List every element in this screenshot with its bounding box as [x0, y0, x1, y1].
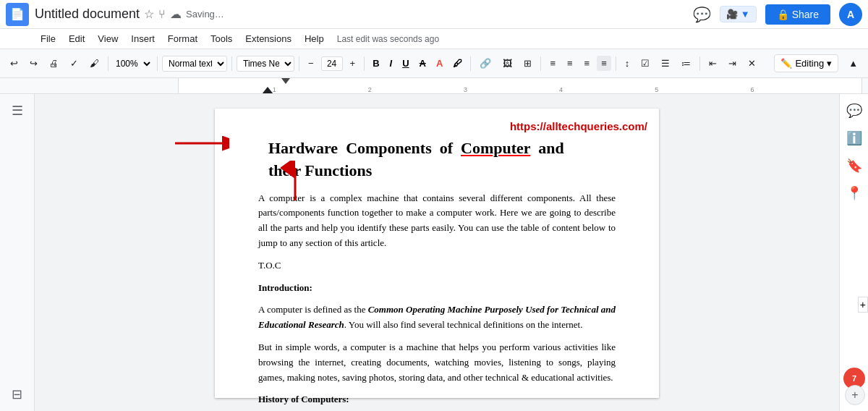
- saving-status: Saving…: [186, 9, 224, 20]
- font-size-input[interactable]: [321, 56, 343, 71]
- paint-format-button[interactable]: 🖌: [85, 56, 103, 71]
- toc-label: T.O.C: [258, 258, 616, 274]
- menu-insert[interactable]: Insert: [125, 31, 161, 46]
- document-area[interactable]: https://alltechqueries.com/ Hardware Com…: [35, 94, 839, 411]
- font-size-increase-button[interactable]: +: [346, 56, 360, 71]
- ruler-mark-6: 6: [750, 86, 754, 93]
- app-icon: 📄: [6, 3, 29, 26]
- separator-4: [299, 56, 299, 71]
- separator-5: [364, 56, 365, 71]
- top-right-icons: 💬 🎥 ▼ 🔒 Share A: [693, 3, 862, 26]
- redo-button[interactable]: ↪: [25, 56, 42, 71]
- first-line-indent-handle[interactable]: [281, 78, 290, 84]
- user-avatar[interactable]: A: [839, 3, 862, 26]
- meet-icon: 🎥: [726, 9, 738, 20]
- expand-button[interactable]: +: [858, 297, 868, 313]
- bookmark-icon[interactable]: 🔖: [843, 155, 865, 177]
- intro-body-paragraph: A computer is defined as the Common Oper…: [258, 302, 616, 333]
- comments-icon[interactable]: 💬: [843, 100, 865, 122]
- toolbar-right: ✏️ Editing ▾ ▲: [774, 54, 862, 72]
- text-color-button[interactable]: A: [433, 56, 446, 71]
- strikethrough-button[interactable]: A: [416, 56, 430, 71]
- zoom-selector[interactable]: 100%: [113, 58, 153, 69]
- toolbar: ↩ ↪ 🖨 ✓ 🖌 100% Normal text Heading 1 Hea…: [0, 49, 868, 78]
- spell-check-button[interactable]: ✓: [66, 56, 82, 71]
- map-pin-icon[interactable]: 📍: [843, 182, 865, 204]
- align-left-button[interactable]: ≡: [545, 56, 560, 71]
- print-button[interactable]: 🖨: [45, 56, 63, 71]
- ruler-mark-3: 3: [464, 86, 467, 93]
- ruler: 1 2 3 4 5 6 First Line Indent: [0, 78, 868, 94]
- menu-tools[interactable]: Tools: [205, 31, 238, 46]
- notification-count: 7: [852, 374, 856, 383]
- separator-2: [157, 56, 158, 71]
- outline-icon[interactable]: ☰: [9, 100, 26, 122]
- undo-button[interactable]: ↩: [6, 56, 22, 71]
- menu-view[interactable]: View: [92, 31, 124, 46]
- pencil-icon: ✏️: [780, 58, 792, 69]
- document-body: Hardware Components of Computer andtheir…: [258, 137, 616, 407]
- page-break-icon[interactable]: ⊟: [9, 384, 25, 405]
- separator-7: [540, 56, 541, 71]
- star-icon[interactable]: ☆: [144, 7, 154, 21]
- font-size-decrease-button[interactable]: −: [304, 56, 318, 71]
- separator-3: [231, 56, 232, 71]
- meet-button[interactable]: 🎥 ▼: [720, 6, 757, 22]
- more-button[interactable]: ⊞: [519, 56, 536, 71]
- left-sidebar: ☰ ⊟: [0, 94, 35, 411]
- menu-file[interactable]: File: [35, 31, 61, 46]
- info-icon[interactable]: ℹ️: [843, 127, 865, 149]
- menu-help[interactable]: Help: [299, 31, 330, 46]
- ruler-mark-4: 4: [559, 86, 563, 93]
- line-spacing-button[interactable]: ↕: [621, 56, 634, 71]
- align-center-button[interactable]: ≡: [563, 56, 577, 71]
- history-heading: History of Computers:: [258, 392, 616, 407]
- collapse-toolbar-button[interactable]: ▲: [844, 56, 862, 71]
- numbered-list-button[interactable]: ≔: [677, 56, 695, 71]
- horizontal-red-arrow: [171, 132, 229, 157]
- highlight-button[interactable]: 🖊: [449, 56, 466, 71]
- document-heading: Hardware Components of Computer andtheir…: [258, 137, 616, 182]
- separator-8: [616, 56, 616, 71]
- font-selector[interactable]: Times New… Arial Georgia: [237, 56, 294, 72]
- checklist-button[interactable]: ☑: [637, 56, 654, 71]
- last-edit-status: Last edit was seconds ago: [337, 34, 439, 44]
- italic-button[interactable]: I: [386, 56, 396, 71]
- menu-format[interactable]: Format: [162, 31, 203, 46]
- ruler-mark-5: 5: [655, 86, 658, 93]
- image-button[interactable]: 🖼: [498, 56, 516, 71]
- align-justify-button[interactable]: ≡: [597, 56, 611, 71]
- ruler-inner: 1 2 3 4 5 6: [178, 78, 862, 93]
- share-button[interactable]: 🔒 Share: [765, 4, 830, 25]
- share-label: Share: [792, 9, 819, 20]
- separator-6: [470, 56, 471, 71]
- menu-edit[interactable]: Edit: [63, 31, 90, 46]
- document-title[interactable]: Untitled document: [35, 7, 140, 22]
- align-right-button[interactable]: ≡: [580, 56, 595, 71]
- dropdown-icon: ▾: [827, 58, 832, 69]
- right-sidebar: 💬 ℹ️ 🔖 📍 + 7 +: [839, 94, 868, 411]
- indent-red-arrow: [281, 161, 310, 207]
- link-button[interactable]: 🔗: [475, 56, 495, 71]
- doc-title-row: Untitled document ☆ ⑂ ☁ Saving…: [35, 7, 693, 22]
- clear-formatting-button[interactable]: ✕: [744, 56, 760, 71]
- bullet-list-button[interactable]: ☰: [657, 56, 674, 71]
- paragraph-style-selector[interactable]: Normal text Heading 1 Heading 2: [162, 56, 227, 72]
- cloud-icon: ☁: [170, 7, 182, 21]
- ruler-mark-2: 2: [368, 86, 372, 93]
- bold-button[interactable]: B: [369, 56, 383, 71]
- chat-icon[interactable]: 💬: [693, 6, 711, 23]
- decrease-indent-button[interactable]: ⇤: [705, 56, 721, 71]
- editing-mode-button[interactable]: ✏️ Editing ▾: [774, 54, 838, 72]
- doc-title-area: Untitled document ☆ ⑂ ☁ Saving…: [35, 7, 693, 22]
- menu-extensions[interactable]: Extensions: [239, 31, 297, 46]
- lock-icon: 🔒: [777, 9, 789, 20]
- introduction-heading: Introduction:: [258, 281, 616, 296]
- add-icon-button[interactable]: +: [845, 385, 865, 405]
- increase-indent-button[interactable]: ⇥: [724, 56, 741, 71]
- main-area: ☰ ⊟ https://alltechqueries.com/: [0, 94, 868, 411]
- url-text: https://alltechqueries.com/: [510, 120, 647, 132]
- underline-button[interactable]: U: [399, 56, 412, 71]
- branch-icon[interactable]: ⑂: [158, 8, 166, 21]
- top-bar: 📄 Untitled document ☆ ⑂ ☁ Saving… 💬 🎥 ▼ …: [0, 0, 868, 29]
